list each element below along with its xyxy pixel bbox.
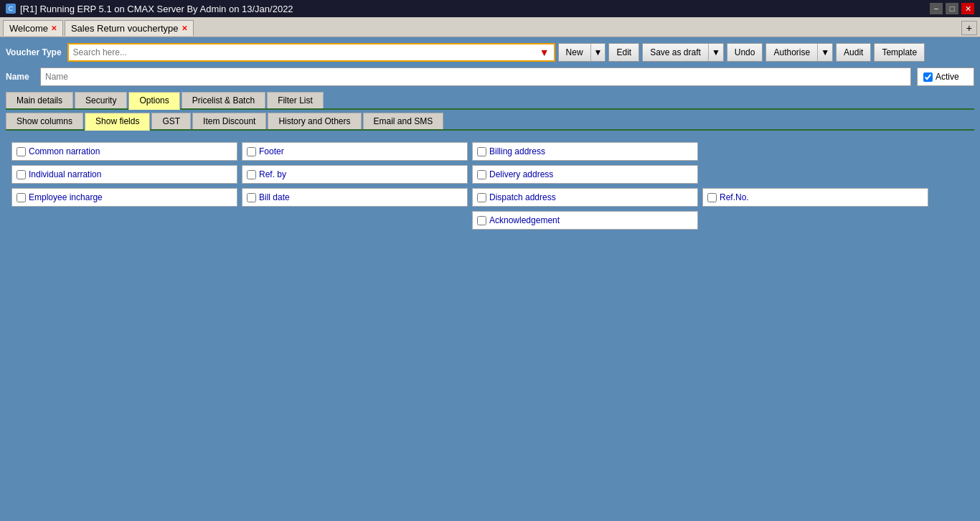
field-footer[interactable]: Footer — [242, 142, 468, 161]
active-label: Active — [936, 72, 959, 82]
subtab-show-fields[interactable]: Show fields — [85, 113, 150, 131]
subtab-gst[interactable]: GST — [151, 113, 191, 129]
active-checkbox[interactable] — [923, 72, 933, 82]
minimize-button[interactable]: − — [930, 3, 943, 14]
checkbox-footer[interactable] — [247, 147, 256, 156]
toolbar: Voucher Type ▼ New ▼ Edit Save as draft … — [6, 43, 974, 62]
label-individual-narration: Individual narration — [29, 169, 101, 179]
dropdown-arrow-icon: ▼ — [540, 47, 550, 58]
field-acknowledgement[interactable]: Acknowledgement — [472, 211, 698, 230]
tab-pricelist-batch[interactable]: Pricelist & Batch — [182, 92, 265, 108]
tab-filter-list[interactable]: Filter List — [267, 92, 324, 108]
field-billing-address[interactable]: Billing address — [472, 142, 698, 161]
field-employee-incharge[interactable]: Employee incharge — [11, 188, 237, 207]
tab-bar: Welcome ✕ Sales Return vouchertype ✕ + — [0, 17, 980, 37]
voucher-type-search[interactable]: ▼ — [67, 43, 555, 62]
label-delivery-address: Delivery address — [489, 169, 553, 179]
authorise-dropdown-button[interactable]: ▼ — [817, 43, 833, 62]
subtab-history-others[interactable]: History and Others — [268, 113, 361, 129]
tab-main-details[interactable]: Main details — [6, 92, 73, 108]
tab-welcome-label: Welcome — [9, 23, 48, 34]
authorise-button[interactable]: Authorise — [765, 43, 817, 62]
undo-button[interactable]: Undo — [727, 43, 763, 62]
label-ref-no: Ref.No. — [720, 192, 749, 202]
field-dispatch-address[interactable]: Dispatch address — [472, 188, 698, 207]
label-bill-date: Bill date — [259, 192, 290, 202]
checkbox-bill-date[interactable] — [247, 193, 256, 202]
fields-rows: Common narration Footer Billing address … — [11, 142, 969, 230]
tab-options[interactable]: Options — [128, 92, 179, 110]
name-label: Name — [6, 72, 34, 82]
save-draft-button-group: Save as draft ▼ — [642, 43, 724, 62]
field-ref-no[interactable]: Ref.No. — [702, 188, 928, 207]
tab-add-button[interactable]: + — [961, 21, 977, 35]
title-bar: C [R1] Running ERP 5.1 on CMAX Server By… — [0, 0, 980, 17]
maximize-button[interactable]: □ — [946, 3, 958, 14]
checkbox-ref-by[interactable] — [247, 170, 256, 179]
checkbox-ref-no[interactable] — [707, 193, 717, 202]
fields-row-4: Acknowledgement — [11, 211, 969, 230]
field-common-narration[interactable]: Common narration — [11, 142, 237, 161]
fields-row-1: Common narration Footer Billing address — [11, 142, 969, 161]
fields-row-3: Employee incharge Bill date Dispatch add… — [11, 188, 969, 207]
close-button[interactable]: ✕ — [961, 3, 974, 14]
nav-tabs: Main details Security Options Pricelist … — [6, 92, 974, 110]
label-acknowledgement: Acknowledgement — [489, 215, 560, 225]
label-footer: Footer — [259, 146, 284, 156]
fields-area: Common narration Footer Billing address … — [6, 131, 974, 238]
label-dispatch-address: Dispatch address — [489, 192, 556, 202]
checkbox-employee-incharge[interactable] — [17, 193, 26, 202]
tab-security[interactable]: Security — [75, 92, 127, 108]
checkbox-delivery-address[interactable] — [477, 170, 486, 179]
save-draft-button[interactable]: Save as draft — [642, 43, 708, 62]
checkbox-billing-address[interactable] — [477, 147, 486, 156]
voucher-type-label: Voucher Type — [6, 47, 62, 57]
subtab-show-columns[interactable]: Show columns — [6, 113, 83, 129]
edit-button[interactable]: Edit — [608, 43, 639, 62]
authorise-button-group: Authorise ▼ — [765, 43, 833, 62]
label-common-narration: Common narration — [29, 146, 100, 156]
tab-welcome[interactable]: Welcome ✕ — [3, 20, 63, 36]
template-button[interactable]: Template — [874, 43, 925, 62]
checkbox-acknowledgement[interactable] — [477, 216, 486, 225]
label-billing-address: Billing address — [489, 146, 545, 156]
field-individual-narration[interactable]: Individual narration — [11, 165, 237, 184]
search-input[interactable] — [73, 47, 540, 57]
name-input[interactable] — [40, 67, 911, 86]
subtab-item-discount[interactable]: Item Discount — [192, 113, 266, 129]
new-dropdown-button[interactable]: ▼ — [590, 43, 606, 62]
active-checkbox-container[interactable]: Active — [917, 67, 974, 86]
audit-button[interactable]: Audit — [836, 43, 871, 62]
title-text: [R1] Running ERP 5.1 on CMAX Server By A… — [20, 4, 293, 14]
tab-welcome-close[interactable]: ✕ — [51, 24, 57, 32]
save-draft-dropdown-button[interactable]: ▼ — [708, 43, 724, 62]
field-delivery-address[interactable]: Delivery address — [472, 165, 698, 184]
new-button-group: New ▼ — [558, 43, 606, 62]
checkbox-individual-narration[interactable] — [17, 170, 26, 179]
field-ref-by[interactable]: Ref. by — [242, 165, 468, 184]
fields-row-2: Individual narration Ref. by Delivery ad… — [11, 165, 969, 184]
subtab-email-sms[interactable]: Email and SMS — [363, 113, 444, 129]
sub-tabs: Show columns Show fields GST Item Discou… — [6, 113, 974, 131]
tab-sales-return-label: Sales Return vouchertype — [71, 23, 179, 34]
tab-sales-return[interactable]: Sales Return vouchertype ✕ — [65, 20, 194, 36]
field-bill-date[interactable]: Bill date — [242, 188, 468, 207]
app-icon: C — [6, 4, 16, 14]
label-ref-by: Ref. by — [259, 169, 286, 179]
label-employee-incharge: Employee incharge — [29, 192, 103, 202]
checkbox-common-narration[interactable] — [17, 147, 26, 156]
main-area: Voucher Type ▼ New ▼ Edit Save as draft … — [0, 37, 980, 521]
tab-sales-return-close[interactable]: ✕ — [182, 24, 187, 32]
new-button[interactable]: New — [558, 43, 590, 62]
checkbox-dispatch-address[interactable] — [477, 193, 486, 202]
name-row: Name Active — [6, 67, 974, 86]
